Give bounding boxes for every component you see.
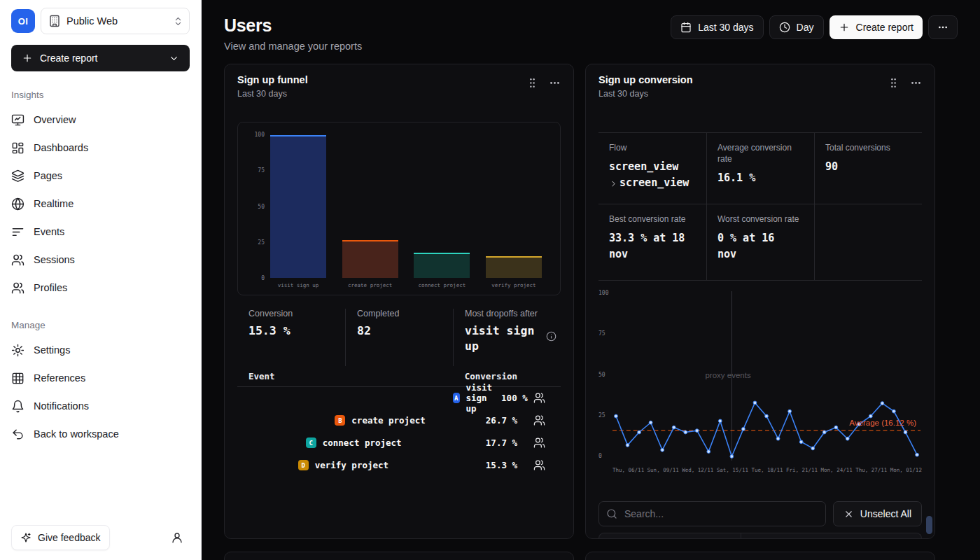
sidebar-item-profiles[interactable]: Profiles: [0, 274, 201, 302]
profile-button[interactable]: [164, 525, 190, 550]
card-scrollbar-thumb[interactable]: [926, 516, 932, 534]
stat-completed: Completed 82: [345, 309, 453, 366]
date-range-label: Last 30 days: [698, 22, 753, 33]
references-icon: [11, 372, 24, 385]
create-report-button[interactable]: Create report: [830, 15, 923, 39]
drag-handle-icon[interactable]: [888, 77, 899, 89]
card-menu-icon[interactable]: [910, 77, 922, 89]
funnel-table-row[interactable]: Dverify project15.3 %: [237, 454, 561, 477]
funnel-table-row[interactable]: Avisit sign up100 %: [237, 387, 561, 410]
workspace-selector[interactable]: Public Web: [41, 8, 190, 34]
funnel-bar[interactable]: create project: [342, 135, 398, 278]
funnel-table-row[interactable]: Cconnect project17.7 %: [237, 432, 561, 454]
users-icon[interactable]: [533, 437, 545, 449]
stat-label: Completed: [357, 309, 443, 318]
sidebar-nav: InsightsOverviewDashboardsPagesRealtimeE…: [0, 71, 201, 448]
partial-report-card: [585, 552, 935, 560]
sidebar-create-report-button[interactable]: Create report: [11, 45, 190, 71]
funnel-table: Event Conversion Avisit sign up100 %Bcre…: [237, 366, 561, 477]
stat-conversion: Conversion 15.3 %: [237, 309, 345, 366]
funnel-bar-rect: [270, 135, 326, 278]
conversion-stats-grid: Flow screen_view screen_view Average con…: [598, 132, 922, 281]
give-feedback-label: Give feedback: [38, 532, 101, 543]
card-tools: [888, 74, 922, 99]
date-range-button[interactable]: Last 30 days: [671, 15, 763, 39]
event-conversion-value: 15.3 %: [461, 460, 517, 470]
more-options-button[interactable]: [928, 15, 958, 39]
event-conversion-value: 26.7 %: [461, 415, 517, 426]
stat-value: visit sign up: [465, 323, 542, 355]
users-icon[interactable]: [533, 392, 545, 404]
sidebar-item-overview[interactable]: Overview: [0, 106, 201, 134]
chart-watermark: proxy events: [705, 371, 750, 379]
funnel-bars: visit sign upcreate projectconnect proje…: [270, 135, 542, 278]
column-header-event: Event: [248, 371, 461, 382]
x-tick-label: Sat, 15/11: [717, 467, 748, 473]
users-icon[interactable]: [533, 459, 545, 471]
sidebar-item-realtime[interactable]: Realtime: [0, 190, 201, 218]
calendar-icon: [680, 22, 692, 33]
chevron-down-icon: [169, 53, 179, 64]
building-icon: [48, 15, 61, 27]
interval-label: Day: [797, 22, 814, 33]
funnel-report-card: Sign up funnel Last 30 days 1007550250 v…: [224, 64, 574, 539]
sidebar-item-label: Realtime: [34, 198, 74, 209]
nav-section-label: Insights: [11, 90, 190, 100]
page-header: Users View and manage your reports Last …: [224, 15, 958, 52]
sidebar-item-dashboards[interactable]: Dashboards: [0, 134, 201, 162]
sidebar-item-back-to-workspace[interactable]: Back to workspace: [0, 420, 201, 448]
interval-button[interactable]: Day: [769, 15, 824, 39]
stat-label: Best conversion rate: [609, 214, 696, 225]
sidebar-item-pages[interactable]: Pages: [0, 162, 201, 190]
sidebar: OI Public Web Create report InsightsOver…: [0, 0, 202, 560]
y-tick-label: 25: [598, 412, 608, 419]
event-name: verify project: [315, 460, 461, 470]
workspace-name: Public Web: [66, 15, 167, 27]
funnel-bar[interactable]: visit sign up: [270, 135, 326, 278]
sidebar-item-label: Back to workspace: [34, 428, 119, 440]
card-menu-icon[interactable]: [549, 77, 561, 89]
x-tick-label: Sun, 09/11: [648, 467, 679, 473]
info-icon[interactable]: [546, 331, 556, 342]
give-feedback-button[interactable]: Give feedback: [11, 525, 110, 550]
sidebar-item-label: Notifications: [34, 400, 89, 412]
card-title: Sign up funnel: [237, 74, 308, 85]
stat-most-dropoffs: Most dropoffs after visit sign up: [453, 309, 561, 366]
sidebar-item-references[interactable]: References: [0, 364, 201, 392]
search-input[interactable]: [598, 501, 826, 526]
sidebar-item-settings[interactable]: Settings: [0, 336, 201, 364]
funnel-bar-label: connect project: [418, 282, 465, 288]
stat-worst-rate: Worst conversion rate 0 % at 16 nov: [706, 204, 814, 280]
funnel-bar-label: visit sign up: [278, 282, 319, 288]
funnel-bar[interactable]: verify project: [486, 135, 542, 278]
stat-value: 16.1 %: [718, 170, 804, 186]
stat-label: Total conversions: [825, 142, 911, 153]
clock-icon: [779, 22, 790, 33]
funnel-bar[interactable]: connect project: [414, 135, 470, 278]
sidebar-item-sessions[interactable]: Sessions: [0, 246, 201, 274]
ellipsis-icon: [937, 22, 948, 33]
sidebar-item-events[interactable]: Events: [0, 218, 201, 246]
users-icon[interactable]: [533, 414, 545, 426]
event-name: connect project: [323, 438, 461, 448]
x-tick-label: Wed, 12/11: [682, 467, 713, 473]
card-subtitle: Last 30 days: [237, 89, 308, 99]
sidebar-item-label: Profiles: [34, 282, 67, 293]
settings-icon: [11, 344, 24, 357]
profiles-icon: [11, 281, 24, 295]
app-logo[interactable]: OI: [11, 9, 35, 33]
stat-value: 0 % at 16 nov: [718, 230, 794, 263]
unselect-all-label: Unselect All: [860, 508, 911, 519]
drag-handle-icon[interactable]: [526, 77, 538, 89]
funnel-bar-label: create project: [348, 282, 392, 288]
sidebar-item-notifications[interactable]: Notifications: [0, 392, 201, 420]
funnel-chart: 1007550250 visit sign upcreate projectco…: [237, 122, 561, 295]
funnel-table-row[interactable]: Bcreate project26.7 %: [237, 410, 561, 432]
y-tick-label: 50: [258, 204, 265, 210]
stat-value: 33.3 % at 18 nov: [609, 230, 686, 263]
y-tick-label: 0: [598, 453, 608, 459]
unselect-all-button[interactable]: Unselect All: [833, 501, 922, 526]
realtime-icon: [11, 197, 24, 211]
funnel-bar-rect: [414, 253, 470, 278]
stat-total-conversions: Total conversions 90: [814, 133, 922, 204]
